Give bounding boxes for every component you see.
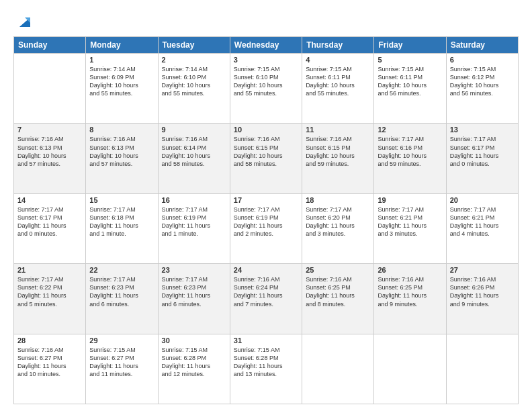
logo bbox=[13, 12, 34, 31]
day-info: Sunrise: 7:17 AM Sunset: 6:19 PM Dayligh… bbox=[162, 205, 226, 238]
calendar-cell: 22Sunrise: 7:17 AM Sunset: 6:23 PM Dayli… bbox=[86, 264, 158, 334]
day-number: 15 bbox=[89, 196, 154, 204]
calendar-cell: 6Sunrise: 7:15 AM Sunset: 6:12 PM Daylig… bbox=[446, 54, 518, 124]
day-number: 28 bbox=[17, 336, 82, 345]
calendar-cell: 21Sunrise: 7:17 AM Sunset: 6:22 PM Dayli… bbox=[14, 264, 86, 334]
day-info: Sunrise: 7:17 AM Sunset: 6:17 PM Dayligh… bbox=[450, 135, 515, 168]
calendar-cell: 26Sunrise: 7:16 AM Sunset: 6:25 PM Dayli… bbox=[374, 264, 446, 334]
calendar-header-row: SundayMondayTuesdayWednesdayThursdayFrid… bbox=[14, 37, 519, 54]
day-header-friday: Friday bbox=[374, 37, 446, 54]
calendar-cell: 14Sunrise: 7:17 AM Sunset: 6:17 PM Dayli… bbox=[14, 193, 86, 263]
calendar-cell: 4Sunrise: 7:15 AM Sunset: 6:11 PM Daylig… bbox=[302, 54, 374, 124]
day-info: Sunrise: 7:16 AM Sunset: 6:25 PM Dayligh… bbox=[378, 275, 442, 308]
calendar-week-2: 7Sunrise: 7:16 AM Sunset: 6:13 PM Daylig… bbox=[14, 124, 519, 193]
day-number: 12 bbox=[378, 126, 442, 134]
calendar-cell: 8Sunrise: 7:16 AM Sunset: 6:13 PM Daylig… bbox=[86, 124, 158, 193]
day-info: Sunrise: 7:15 AM Sunset: 6:28 PM Dayligh… bbox=[234, 346, 298, 379]
calendar-cell: 27Sunrise: 7:16 AM Sunset: 6:26 PM Dayli… bbox=[446, 264, 518, 334]
day-header-monday: Monday bbox=[86, 37, 158, 54]
day-info: Sunrise: 7:16 AM Sunset: 6:25 PM Dayligh… bbox=[306, 275, 370, 308]
calendar-cell bbox=[302, 334, 374, 404]
calendar-cell: 1Sunrise: 7:14 AM Sunset: 6:09 PM Daylig… bbox=[86, 54, 158, 124]
calendar-week-5: 28Sunrise: 7:16 AM Sunset: 6:27 PM Dayli… bbox=[14, 334, 519, 404]
day-number: 21 bbox=[17, 266, 82, 274]
day-number: 27 bbox=[450, 266, 515, 274]
calendar-cell: 24Sunrise: 7:16 AM Sunset: 6:24 PM Dayli… bbox=[230, 264, 302, 334]
calendar-cell: 10Sunrise: 7:16 AM Sunset: 6:15 PM Dayli… bbox=[230, 124, 302, 193]
day-number: 22 bbox=[89, 266, 154, 274]
day-info: Sunrise: 7:17 AM Sunset: 6:18 PM Dayligh… bbox=[89, 205, 154, 238]
day-number: 29 bbox=[89, 336, 154, 345]
day-info: Sunrise: 7:15 AM Sunset: 6:12 PM Dayligh… bbox=[450, 65, 515, 98]
calendar-cell: 19Sunrise: 7:17 AM Sunset: 6:21 PM Dayli… bbox=[374, 193, 446, 263]
day-number: 13 bbox=[450, 126, 515, 134]
day-number: 4 bbox=[306, 56, 370, 64]
calendar-cell bbox=[14, 54, 86, 124]
calendar-cell: 12Sunrise: 7:17 AM Sunset: 6:16 PM Dayli… bbox=[374, 124, 446, 193]
calendar-page: SundayMondayTuesdayWednesdayThursdayFrid… bbox=[0, 0, 532, 411]
day-number: 16 bbox=[162, 196, 226, 204]
calendar-cell: 5Sunrise: 7:15 AM Sunset: 6:11 PM Daylig… bbox=[374, 54, 446, 124]
day-info: Sunrise: 7:17 AM Sunset: 6:23 PM Dayligh… bbox=[162, 275, 226, 308]
day-number: 19 bbox=[378, 196, 442, 204]
day-number: 20 bbox=[450, 196, 515, 204]
calendar-cell: 28Sunrise: 7:16 AM Sunset: 6:27 PM Dayli… bbox=[14, 334, 86, 404]
day-number: 2 bbox=[162, 56, 226, 64]
day-number: 9 bbox=[162, 126, 226, 134]
day-info: Sunrise: 7:15 AM Sunset: 6:11 PM Dayligh… bbox=[378, 65, 442, 98]
day-number: 5 bbox=[378, 56, 442, 64]
day-number: 23 bbox=[162, 266, 226, 274]
day-info: Sunrise: 7:16 AM Sunset: 6:15 PM Dayligh… bbox=[234, 135, 298, 168]
calendar-cell: 13Sunrise: 7:17 AM Sunset: 6:17 PM Dayli… bbox=[446, 124, 518, 193]
day-info: Sunrise: 7:14 AM Sunset: 6:09 PM Dayligh… bbox=[89, 65, 154, 98]
day-info: Sunrise: 7:16 AM Sunset: 6:15 PM Dayligh… bbox=[306, 135, 370, 168]
logo-icon bbox=[15, 12, 34, 31]
calendar-cell: 31Sunrise: 7:15 AM Sunset: 6:28 PM Dayli… bbox=[230, 334, 302, 404]
day-number: 8 bbox=[89, 126, 154, 134]
day-info: Sunrise: 7:16 AM Sunset: 6:13 PM Dayligh… bbox=[89, 135, 154, 168]
calendar-cell: 11Sunrise: 7:16 AM Sunset: 6:15 PM Dayli… bbox=[302, 124, 374, 193]
day-info: Sunrise: 7:17 AM Sunset: 6:16 PM Dayligh… bbox=[378, 135, 442, 168]
calendar-week-3: 14Sunrise: 7:17 AM Sunset: 6:17 PM Dayli… bbox=[14, 193, 519, 263]
calendar-cell: 2Sunrise: 7:14 AM Sunset: 6:10 PM Daylig… bbox=[158, 54, 230, 124]
calendar-cell: 7Sunrise: 7:16 AM Sunset: 6:13 PM Daylig… bbox=[14, 124, 86, 193]
day-number: 11 bbox=[306, 126, 370, 134]
calendar-cell: 20Sunrise: 7:17 AM Sunset: 6:21 PM Dayli… bbox=[446, 193, 518, 263]
day-info: Sunrise: 7:16 AM Sunset: 6:24 PM Dayligh… bbox=[234, 275, 298, 308]
day-number: 7 bbox=[17, 126, 82, 134]
calendar-cell: 15Sunrise: 7:17 AM Sunset: 6:18 PM Dayli… bbox=[86, 193, 158, 263]
day-number: 17 bbox=[234, 196, 298, 204]
day-info: Sunrise: 7:17 AM Sunset: 6:17 PM Dayligh… bbox=[17, 205, 82, 238]
day-info: Sunrise: 7:17 AM Sunset: 6:22 PM Dayligh… bbox=[17, 275, 82, 308]
day-number: 31 bbox=[234, 336, 298, 345]
calendar-cell: 9Sunrise: 7:16 AM Sunset: 6:14 PM Daylig… bbox=[158, 124, 230, 193]
day-info: Sunrise: 7:15 AM Sunset: 6:28 PM Dayligh… bbox=[162, 346, 226, 379]
day-number: 14 bbox=[17, 196, 82, 204]
day-number: 3 bbox=[234, 56, 298, 64]
calendar-cell: 23Sunrise: 7:17 AM Sunset: 6:23 PM Dayli… bbox=[158, 264, 230, 334]
day-number: 6 bbox=[450, 56, 515, 64]
calendar-cell: 25Sunrise: 7:16 AM Sunset: 6:25 PM Dayli… bbox=[302, 264, 374, 334]
calendar-week-4: 21Sunrise: 7:17 AM Sunset: 6:22 PM Dayli… bbox=[14, 264, 519, 334]
calendar-cell: 18Sunrise: 7:17 AM Sunset: 6:20 PM Dayli… bbox=[302, 193, 374, 263]
day-header-saturday: Saturday bbox=[446, 37, 518, 54]
day-info: Sunrise: 7:16 AM Sunset: 6:27 PM Dayligh… bbox=[17, 346, 82, 379]
day-info: Sunrise: 7:17 AM Sunset: 6:20 PM Dayligh… bbox=[306, 205, 370, 238]
calendar-cell: 17Sunrise: 7:17 AM Sunset: 6:19 PM Dayli… bbox=[230, 193, 302, 263]
calendar-cell bbox=[446, 334, 518, 404]
day-number: 25 bbox=[306, 266, 370, 274]
day-info: Sunrise: 7:15 AM Sunset: 6:10 PM Dayligh… bbox=[234, 65, 298, 98]
day-info: Sunrise: 7:15 AM Sunset: 6:27 PM Dayligh… bbox=[89, 346, 154, 379]
calendar-cell: 3Sunrise: 7:15 AM Sunset: 6:10 PM Daylig… bbox=[230, 54, 302, 124]
calendar-table: SundayMondayTuesdayWednesdayThursdayFrid… bbox=[13, 36, 519, 404]
day-info: Sunrise: 7:15 AM Sunset: 6:11 PM Dayligh… bbox=[306, 65, 370, 98]
day-number: 10 bbox=[234, 126, 298, 134]
day-info: Sunrise: 7:17 AM Sunset: 6:21 PM Dayligh… bbox=[378, 205, 442, 238]
day-number: 18 bbox=[306, 196, 370, 204]
day-info: Sunrise: 7:16 AM Sunset: 6:13 PM Dayligh… bbox=[17, 135, 82, 168]
day-number: 24 bbox=[234, 266, 298, 274]
calendar-week-1: 1Sunrise: 7:14 AM Sunset: 6:09 PM Daylig… bbox=[14, 54, 519, 124]
header bbox=[13, 12, 519, 31]
day-header-thursday: Thursday bbox=[302, 37, 374, 54]
day-header-sunday: Sunday bbox=[14, 37, 86, 54]
